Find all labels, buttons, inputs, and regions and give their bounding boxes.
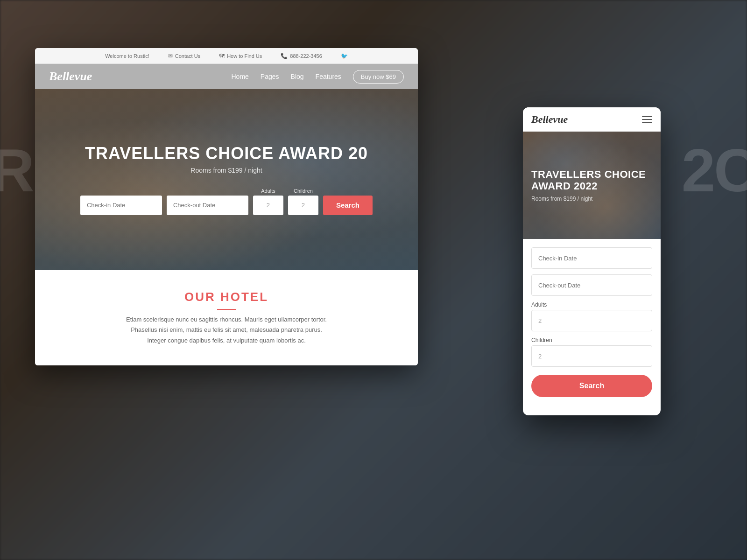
mobile-children-input[interactable] (531, 345, 652, 367)
children-label: Children (288, 188, 318, 194)
phone-link[interactable]: 📞 888-222-3456 (281, 53, 322, 59)
mobile-adults-input[interactable] (531, 310, 652, 331)
contact-link[interactable]: ✉ Contact Us (168, 53, 200, 59)
mobile-search-button[interactable]: Search (531, 375, 652, 397)
mobile-children-group: Children (531, 337, 652, 367)
hero-subtitle: Rooms from $199 / night (190, 167, 262, 174)
twitter-link[interactable]: 🐦 (341, 53, 348, 59)
hamburger-line-1 (642, 116, 652, 117)
hero-title: TRAVELLERS CHOICE AWARD 20 (85, 144, 368, 163)
section-text: Etiam scelerisque nunc eu sagittis rhonc… (126, 315, 327, 345)
checkout-group (167, 196, 248, 215)
welcome-text: Welcome to Rustic! (105, 53, 149, 59)
map-icon: 🗺 (219, 53, 225, 59)
adults-input[interactable] (253, 196, 283, 215)
hamburger-line-3 (642, 122, 652, 123)
section-divider (217, 309, 236, 310)
desktop-brand-logo: Bellevue (49, 70, 92, 84)
hamburger-menu-button[interactable] (642, 116, 652, 123)
checkin-input[interactable] (80, 196, 162, 215)
email-icon: ✉ (168, 53, 173, 59)
nav-blog[interactable]: Blog (291, 73, 304, 80)
desktop-topbar: Welcome to Rustic! ✉ Contact Us 🗺 How to… (35, 48, 418, 64)
mobile-hero-title: TRAVELLERS CHOICE AWARD 2022 (531, 168, 652, 192)
desktop-search-bar: Adults Children Search (80, 188, 373, 215)
mobile-header: Bellevue (523, 107, 661, 132)
mobile-checkout-input[interactable] (531, 274, 652, 296)
phone-icon: 📞 (281, 53, 288, 59)
mobile-hero-subtitle: Rooms from $199 / night (531, 196, 652, 202)
hero-bg (35, 89, 418, 270)
desktop-hero: TRAVELLERS CHOICE AWARD 20 Rooms from $1… (35, 89, 418, 270)
children-group: Children (288, 188, 318, 215)
mobile-checkout-group (531, 274, 652, 296)
children-input[interactable] (288, 196, 318, 215)
hamburger-line-2 (642, 119, 652, 120)
nav-pages[interactable]: Pages (261, 73, 279, 80)
mobile-children-label: Children (531, 337, 652, 343)
checkout-input[interactable] (167, 196, 248, 215)
adults-group: Adults (253, 188, 283, 215)
nav-home[interactable]: Home (231, 73, 248, 80)
desktop-mockup: Welcome to Rustic! ✉ Contact Us 🗺 How to… (35, 48, 418, 365)
twitter-icon: 🐦 (341, 53, 348, 59)
nav-links: Home Pages Blog Features Buy now $69 (231, 70, 404, 84)
bg-text-right: 2C (682, 135, 747, 205)
checkin-group (80, 196, 162, 215)
mobile-form: Adults Children Search (523, 239, 661, 406)
buy-now-button[interactable]: Buy now $69 (353, 70, 404, 84)
mobile-checkin-group (531, 247, 652, 269)
mobile-brand-logo: Bellevue (531, 113, 568, 126)
desktop-nav: Bellevue Home Pages Blog Features Buy no… (35, 64, 418, 89)
mobile-mockup: Bellevue TRAVELLERS CHOICE AWARD 2022 Ro… (523, 107, 661, 415)
how-to-find-link[interactable]: 🗺 How to Find Us (219, 53, 262, 59)
mobile-hero: TRAVELLERS CHOICE AWARD 2022 Rooms from … (523, 132, 661, 239)
adults-label: Adults (253, 188, 283, 194)
desktop-content-section: OUR HOTEL Etiam scelerisque nunc eu sagi… (35, 270, 418, 365)
mobile-adults-group: Adults (531, 301, 652, 331)
section-title: OUR HOTEL (184, 290, 268, 304)
desktop-search-button[interactable]: Search (323, 196, 373, 215)
mobile-checkin-input[interactable] (531, 247, 652, 269)
nav-features[interactable]: Features (316, 73, 341, 80)
mobile-adults-label: Adults (531, 301, 652, 308)
